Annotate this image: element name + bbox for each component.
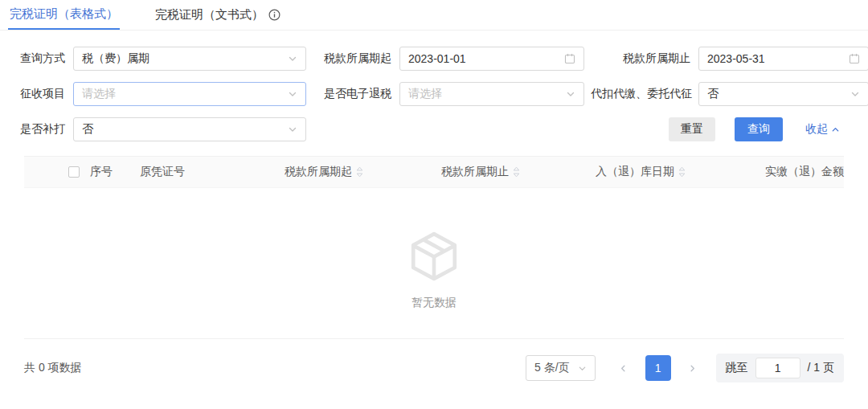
reset-button[interactable]: 重置	[669, 117, 715, 141]
chevron-down-icon	[850, 89, 860, 99]
withholding-agency-field: 代扣代缴、委托代征 否	[591, 82, 868, 106]
period-end-field: 税款所属期止	[591, 47, 868, 71]
electronic-refund-placeholder: 请选择	[408, 87, 442, 101]
empty-text: 暂无数据	[411, 296, 457, 310]
electronic-refund-field: 是否电子退税 请选择	[321, 82, 584, 106]
query-method-value: 税（费）属期	[82, 51, 149, 66]
withholding-agency-select[interactable]: 否	[698, 82, 868, 106]
jump-page-input[interactable]	[755, 358, 800, 378]
table-header-row: 序号 原凭证号 税款所属期起 税款所属期止 入（退）库日期 实缴（退）金额	[24, 156, 844, 188]
chevron-left-icon	[619, 364, 628, 373]
page-size-value: 5 条/页	[534, 361, 570, 375]
withholding-agency-label: 代扣代缴、委托代征	[591, 87, 690, 101]
jump-label: 跳至	[726, 361, 748, 375]
sort-icon[interactable]	[513, 166, 520, 178]
column-label: 实缴（退）金额	[765, 165, 844, 179]
sort-icon[interactable]	[356, 166, 363, 178]
collection-item-select[interactable]: 请选择	[73, 82, 306, 106]
calendar-icon	[849, 53, 860, 64]
collapse-link[interactable]: 收起	[805, 122, 840, 137]
chevron-down-icon	[288, 125, 297, 134]
reprint-field: 是否补打 否	[18, 117, 306, 141]
column-header-seq: 序号	[90, 165, 140, 179]
page-number-button[interactable]: 1	[645, 355, 671, 381]
reprint-value: 否	[82, 122, 93, 137]
tab-bar: 完税证明（表格式） 完税证明（文书式）	[0, 0, 868, 31]
filter-form: 查询方式 税（费）属期 税款所属期起 税款所属期止	[0, 31, 868, 141]
column-header-original-voucher-no: 原凭证号	[140, 165, 285, 179]
electronic-refund-label: 是否电子退税	[321, 87, 391, 101]
chevron-right-icon	[688, 364, 697, 373]
chevron-up-icon	[831, 125, 840, 134]
page-jump-group: 跳至 / 1 页	[716, 354, 844, 382]
chevron-down-icon	[566, 89, 575, 99]
select-all-checkbox[interactable]	[68, 166, 80, 178]
next-page-button[interactable]	[682, 355, 703, 381]
collection-item-label: 征收项目	[18, 87, 65, 101]
column-header-paid-refund-amount: 实缴（退）金额	[739, 165, 844, 179]
tab-tax-certificate-document-format[interactable]: 完税证明（文书式）	[154, 0, 282, 30]
info-circle-icon[interactable]	[268, 9, 280, 21]
search-button[interactable]: 查询	[735, 117, 783, 141]
empty-box-icon	[407, 230, 461, 283]
table-footer: 共 0 项数据 5 条/页 1 跳至 / 1 页	[24, 338, 844, 397]
query-method-select[interactable]: 税（费）属期	[73, 47, 306, 71]
empty-state: 暂无数据	[24, 188, 844, 338]
query-method-label: 查询方式	[18, 51, 65, 66]
total-count-text: 共 0 项数据	[24, 361, 82, 375]
period-end-label: 税款所属期止	[591, 51, 690, 66]
chevron-down-icon	[578, 364, 587, 373]
results-table: 序号 原凭证号 税款所属期起 税款所属期止 入（退）库日期 实缴（退）金额	[24, 156, 844, 338]
page-size-select[interactable]: 5 条/页	[526, 355, 596, 381]
period-end-datepicker[interactable]	[698, 47, 868, 71]
period-start-field: 税款所属期起	[321, 47, 584, 71]
period-start-label: 税款所属期起	[321, 51, 391, 66]
period-end-input[interactable]	[707, 52, 849, 65]
withholding-agency-value: 否	[707, 87, 719, 101]
column-label: 税款所属期止	[441, 165, 509, 179]
filter-row-3: 是否补打 否 重置 查询 收起	[18, 117, 850, 141]
sort-icon[interactable]	[678, 166, 686, 178]
column-header-tax-period-end: 税款所属期止	[441, 165, 596, 179]
column-header-deposit-refund-date: 入（退）库日期	[596, 165, 739, 179]
chevron-down-icon	[288, 89, 297, 99]
filter-row-2: 征收项目 请选择 是否电子退税 请选择 代扣代缴、委托代征 否	[18, 82, 850, 106]
period-start-datepicker[interactable]	[399, 47, 584, 71]
reprint-label: 是否补打	[18, 122, 65, 137]
calendar-icon	[564, 53, 575, 64]
tab-label: 完税证明（表格式）	[10, 6, 118, 22]
chevron-down-icon	[288, 54, 297, 63]
collection-item-placeholder: 请选择	[82, 87, 116, 101]
period-start-input[interactable]	[408, 52, 564, 65]
tab-label: 完税证明（文书式）	[155, 7, 264, 22]
form-actions: 重置 查询 收起	[669, 117, 850, 141]
pagination: 5 条/页 1 跳至 / 1 页	[526, 354, 844, 382]
electronic-refund-select[interactable]: 请选择	[399, 82, 584, 106]
column-label: 原凭证号	[140, 165, 185, 179]
column-label: 入（退）库日期	[596, 165, 674, 179]
page-total-text: / 1 页	[808, 361, 834, 375]
column-label: 序号	[90, 165, 113, 179]
reprint-select[interactable]: 否	[73, 117, 306, 141]
tab-tax-certificate-table-format[interactable]: 完税证明（表格式）	[8, 0, 120, 30]
prev-page-button[interactable]	[613, 355, 634, 381]
filter-row-1: 查询方式 税（费）属期 税款所属期起 税款所属期止	[18, 47, 850, 71]
collapse-label: 收起	[805, 122, 828, 137]
query-method-field: 查询方式 税（费）属期	[18, 47, 306, 71]
column-header-tax-period-start: 税款所属期起	[285, 165, 441, 179]
collection-item-field: 征收项目 请选择	[18, 82, 306, 106]
column-label: 税款所属期起	[285, 165, 352, 179]
